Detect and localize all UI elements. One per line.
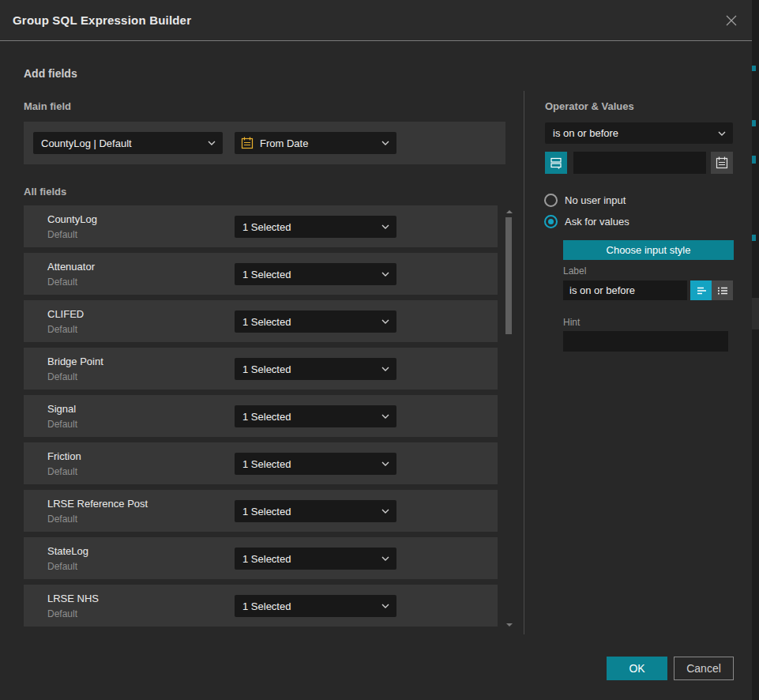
field-row: StateLogDefault1 Selected	[24, 537, 498, 579]
operator-value: is on or before	[545, 127, 718, 139]
field-name: Friction	[47, 450, 81, 462]
bulleted-list-icon	[716, 284, 729, 297]
choose-input-style-button[interactable]: Choose input style	[563, 240, 734, 260]
hint-input[interactable]	[563, 331, 728, 352]
label-input[interactable]	[563, 280, 687, 300]
field-row: LRSE NHSDefault1 Selected	[24, 585, 498, 627]
align-left-icon	[695, 284, 708, 297]
field-name: CLIFED	[47, 308, 84, 320]
field-subtitle: Default	[47, 277, 77, 288]
hint-caption: Hint	[563, 317, 580, 328]
field-name: LRSE Reference Post	[47, 498, 148, 510]
background-app-strip	[752, 0, 759, 700]
main-field-source-dropdown[interactable]: CountyLog | Default	[33, 132, 223, 154]
chevron-down-icon	[718, 131, 726, 136]
chevron-down-icon	[381, 604, 389, 608]
field-row: FrictionDefault1 Selected	[24, 442, 498, 484]
all-fields-heading: All fields	[24, 186, 66, 198]
field-selection-value: 1 Selected	[235, 553, 381, 565]
chevron-down-icon	[381, 224, 389, 229]
field-values-icon	[549, 156, 563, 170]
cancel-button[interactable]: Cancel	[674, 657, 734, 680]
field-selection-dropdown[interactable]: 1 Selected	[235, 216, 396, 238]
operator-values-heading: Operator & Values	[545, 100, 634, 112]
date-picker-button[interactable]	[711, 152, 733, 174]
field-selection-value: 1 Selected	[235, 506, 381, 517]
chevron-down-icon	[381, 556, 389, 561]
scrollbar-thumb[interactable]	[505, 217, 512, 334]
main-field-heading: Main field	[24, 100, 71, 112]
field-subtitle: Default	[47, 608, 77, 619]
calendar-icon	[716, 156, 728, 169]
field-selection-dropdown[interactable]: 1 Selected	[235, 453, 396, 475]
field-selection-value: 1 Selected	[235, 221, 381, 233]
field-subtitle: Default	[47, 419, 77, 430]
value-type-button[interactable]	[545, 152, 567, 174]
operator-dropdown[interactable]: is on or before	[545, 122, 733, 144]
radio-unchecked-icon	[544, 194, 558, 207]
field-selection-dropdown[interactable]: 1 Selected	[235, 263, 396, 285]
field-selection-dropdown[interactable]: 1 Selected	[235, 595, 396, 617]
field-row: CountyLogDefault1 Selected	[24, 205, 498, 247]
field-subtitle: Default	[47, 229, 77, 240]
close-icon[interactable]	[722, 11, 741, 30]
chevron-down-icon	[381, 141, 389, 145]
field-selection-value: 1 Selected	[235, 363, 381, 375]
field-name: LRSE NHS	[47, 593, 99, 604]
field-selection-dropdown[interactable]: 1 Selected	[235, 548, 396, 570]
all-fields-scrollbar	[505, 205, 513, 627]
scroll-down-icon[interactable]	[506, 623, 513, 627]
field-row: AttenuatorDefault1 Selected	[24, 253, 498, 295]
field-name: Attenuator	[47, 261, 95, 273]
field-row: LRSE Reference PostDefault1 Selected	[24, 490, 498, 532]
label-caption: Label	[563, 265, 586, 277]
radio-ask-for-values[interactable]: Ask for values	[544, 215, 629, 228]
field-selection-value: 1 Selected	[235, 411, 381, 423]
calendar-icon	[241, 137, 254, 149]
field-row: Bridge PointDefault1 Selected	[24, 348, 498, 390]
list-style-button[interactable]	[712, 280, 733, 300]
field-subtitle: Default	[47, 324, 77, 335]
main-field-field-dropdown[interactable]: From Date	[235, 132, 396, 154]
scroll-up-icon[interactable]	[506, 210, 513, 213]
chevron-down-icon	[381, 461, 389, 466]
ok-button[interactable]: OK	[607, 657, 667, 680]
radio-no-user-input-label: No user input	[565, 194, 626, 206]
field-selection-dropdown[interactable]: 1 Selected	[235, 310, 396, 333]
field-subtitle: Default	[47, 466, 77, 477]
radio-ask-for-values-label: Ask for values	[565, 216, 629, 228]
field-row: SignalDefault1 Selected	[24, 395, 498, 437]
chevron-down-icon	[381, 272, 389, 277]
chevron-down-icon	[381, 367, 389, 371]
add-fields-heading: Add fields	[24, 67, 77, 80]
field-selection-value: 1 Selected	[235, 458, 381, 470]
value-input[interactable]	[573, 152, 706, 174]
field-name: Bridge Point	[47, 356, 103, 367]
field-row: CLIFEDDefault1 Selected	[24, 300, 498, 342]
field-subtitle: Default	[47, 371, 77, 382]
field-selection-value: 1 Selected	[235, 269, 381, 280]
group-sql-expression-builder-dialog: Group SQL Expression Builder Add fields …	[0, 0, 759, 700]
field-selection-value: 1 Selected	[235, 316, 381, 328]
chevron-down-icon	[381, 414, 389, 419]
dialog-title: Group SQL Expression Builder	[13, 0, 191, 41]
field-name: StateLog	[47, 545, 88, 557]
vertical-divider	[524, 91, 524, 634]
field-selection-dropdown[interactable]: 1 Selected	[235, 358, 396, 380]
chevron-down-icon	[381, 509, 389, 514]
chevron-down-icon	[208, 141, 216, 145]
all-fields-list: CountyLogDefault1 SelectedAttenuatorDefa…	[24, 205, 498, 632]
main-field-source-value: CountyLog | Default	[33, 137, 208, 149]
field-name: Signal	[47, 403, 76, 415]
single-line-style-button[interactable]	[690, 280, 712, 300]
radio-checked-icon	[544, 215, 558, 228]
main-field-panel: CountyLog | Default From Date	[24, 122, 505, 164]
field-selection-value: 1 Selected	[235, 600, 381, 612]
field-selection-dropdown[interactable]: 1 Selected	[235, 405, 396, 427]
field-subtitle: Default	[47, 514, 77, 525]
field-subtitle: Default	[47, 561, 77, 572]
field-selection-dropdown[interactable]: 1 Selected	[235, 500, 396, 522]
chevron-down-icon	[381, 319, 389, 324]
field-name: CountyLog	[47, 213, 97, 225]
radio-no-user-input[interactable]: No user input	[544, 194, 626, 207]
